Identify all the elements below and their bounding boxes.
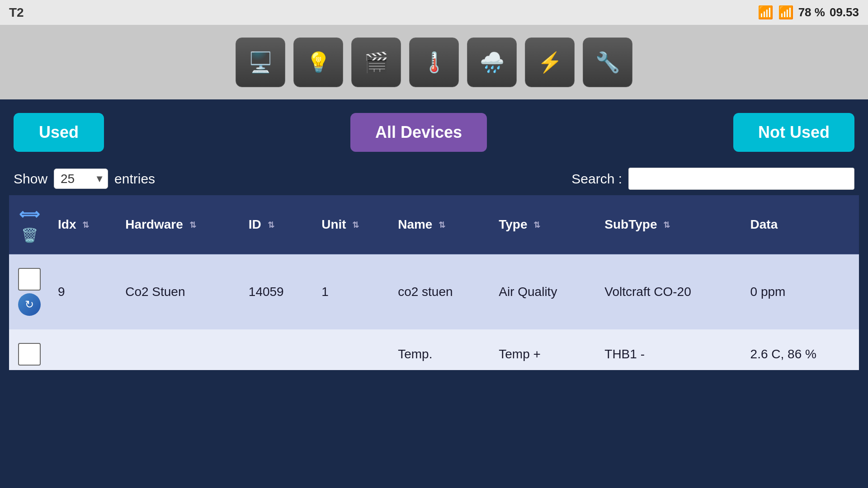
- search-right: Search :: [571, 168, 854, 190]
- toolbar-btn-weather[interactable]: 🌧️: [467, 38, 517, 87]
- status-bar: T2 📶 📶 78 % 09.53: [0, 0, 868, 25]
- cell-unit: 1: [313, 254, 390, 329]
- cell-unit-2: [313, 329, 390, 370]
- all-devices-button[interactable]: All Devices: [350, 113, 487, 152]
- arrows-icon: ⟺: [19, 206, 40, 223]
- row-actions-2: [9, 329, 50, 370]
- signal-icon: 📶: [778, 5, 794, 20]
- entries-select-wrapper: 10 25 50 100 ▼: [54, 169, 108, 189]
- show-label: Show: [14, 171, 47, 187]
- col-header-id: ID ⇅: [241, 195, 313, 254]
- table-row: ↻ 9 Co2 Stuen 14059 1 co2 stuen Air Qual…: [9, 254, 859, 329]
- col-header-unit: Unit ⇅: [313, 195, 390, 254]
- clock: 09.53: [830, 5, 859, 19]
- col-header-type: Type ⇅: [491, 195, 596, 254]
- sort-arrows-hardware[interactable]: ⇅: [189, 220, 196, 230]
- sort-arrows-unit[interactable]: ⇅: [352, 220, 359, 230]
- toolbar-btn-media[interactable]: 🎬: [351, 38, 401, 87]
- sort-arrows-subtype[interactable]: ⇅: [663, 220, 670, 230]
- toolbar-btn-schedule[interactable]: ⚡: [525, 38, 575, 87]
- sort-arrows-name[interactable]: ⇅: [439, 220, 445, 230]
- refresh-icon[interactable]: ↻: [18, 293, 41, 316]
- wifi-icon: 📶: [758, 5, 774, 20]
- status-right: 📶 📶 78 % 09.53: [758, 5, 859, 20]
- table-header-row: ⟺ 🗑️ Idx ⇅ Hardware ⇅ ID ⇅ Unit: [9, 195, 859, 254]
- not-used-button[interactable]: Not Used: [733, 113, 854, 152]
- cell-idx-2: [50, 329, 117, 370]
- col-header-subtype: SubType ⇅: [596, 195, 742, 254]
- entries-select[interactable]: 10 25 50 100: [54, 169, 108, 189]
- cell-idx: 9: [50, 254, 117, 329]
- col-header-idx: Idx ⇅: [50, 195, 117, 254]
- col-header-data: Data: [742, 195, 859, 254]
- cell-data: 0 ppm: [742, 254, 859, 329]
- toolbar-btn-light[interactable]: 💡: [293, 38, 343, 87]
- sort-arrows-type[interactable]: ⇅: [533, 220, 540, 230]
- row-checkbox[interactable]: [18, 268, 41, 291]
- filter-row: Used All Devices Not Used: [9, 113, 859, 152]
- cell-type-2: Temp +: [491, 329, 596, 370]
- row-checkbox-2[interactable]: [18, 343, 41, 366]
- cell-hardware-2: [117, 329, 241, 370]
- table-controls: Show 10 25 50 100 ▼ entries Search :: [9, 168, 859, 190]
- cell-id: 14059: [241, 254, 313, 329]
- entries-label: entries: [114, 171, 155, 187]
- toolbar-btn-temp[interactable]: 🌡️: [409, 38, 459, 87]
- cell-name: co2 stuen: [390, 254, 491, 329]
- col-header-name: Name ⇅: [390, 195, 491, 254]
- sort-arrows-idx[interactable]: ⇅: [82, 220, 89, 230]
- toolbar-btn-settings[interactable]: 🔧: [583, 38, 632, 87]
- main-content: Used All Devices Not Used Show 10 25 50 …: [0, 99, 868, 379]
- cell-data-2: 2.6 C, 86 %: [742, 329, 859, 370]
- show-entries-left: Show 10 25 50 100 ▼ entries: [14, 169, 155, 189]
- table-row: Temp. Temp + THB1 - 2.6 C, 86 %: [9, 329, 859, 370]
- cell-subtype-2: THB1 -: [596, 329, 742, 370]
- search-label: Search :: [571, 171, 622, 187]
- devices-table: ⟺ 🗑️ Idx ⇅ Hardware ⇅ ID ⇅ Unit: [9, 195, 859, 370]
- cell-hardware: Co2 Stuen: [117, 254, 241, 329]
- cell-id-2: [241, 329, 313, 370]
- col-header-hardware: Hardware ⇅: [117, 195, 241, 254]
- col-header-actions: ⟺ 🗑️: [9, 195, 50, 254]
- toolbar-btn-monitor[interactable]: 🖥️: [236, 38, 285, 87]
- app-logo: T2: [9, 5, 24, 20]
- cell-subtype: Voltcraft CO-20: [596, 254, 742, 329]
- cell-type: Air Quality: [491, 254, 596, 329]
- search-input[interactable]: [628, 168, 854, 190]
- battery-level: 78 %: [798, 5, 825, 19]
- cell-name-2: Temp.: [390, 329, 491, 370]
- row-actions: ↻: [9, 254, 50, 329]
- sort-arrows-id[interactable]: ⇅: [268, 220, 274, 230]
- trash-icon[interactable]: 🗑️: [21, 227, 38, 243]
- toolbar: 🖥️ 💡 🎬 🌡️ 🌧️ ⚡ 🔧: [0, 25, 868, 99]
- used-button[interactable]: Used: [14, 113, 104, 152]
